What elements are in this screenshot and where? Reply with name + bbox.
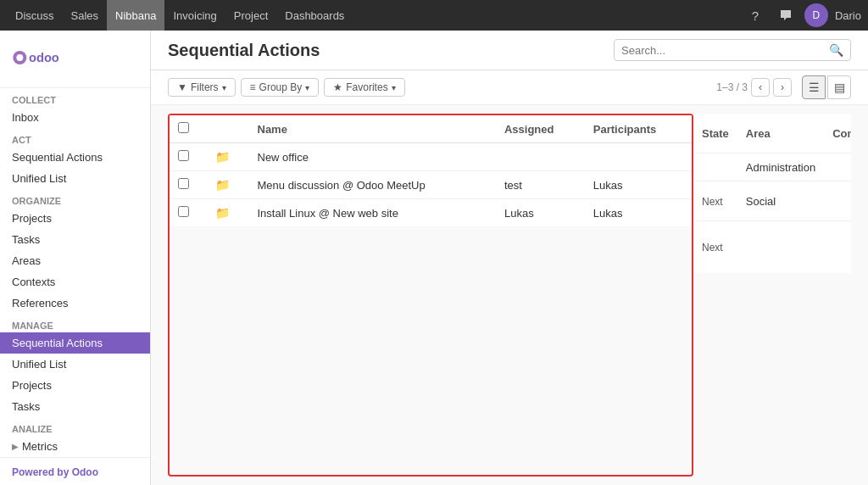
favorites-chevron-icon: ▾ [392,83,396,92]
svg-point-1 [16,54,23,61]
row-name-cell[interactable]: New office [249,143,496,171]
assigned-header[interactable]: Assigned [496,115,585,143]
top-navigation: Discuss Sales Nibbana Invoicing Project … [0,0,868,31]
groupby-chevron-icon: ▾ [305,83,309,92]
row-name-cell[interactable]: Menu discussion @ Odoo MeetUp [249,171,496,199]
area-header[interactable]: Area [737,114,824,153]
view-toggle: ☰ ▤ [802,75,851,99]
row-checkbox[interactable] [178,178,189,189]
row-checkbox-cell[interactable] [170,171,207,199]
sidebar-item-areas[interactable]: Areas [0,250,150,271]
sidebar-item-contexts[interactable]: Contexts [0,271,150,293]
select-all-checkbox[interactable] [178,122,189,133]
page-title: Sequential Actions [168,41,320,60]
folder-icon: 📁 [215,206,230,220]
sidebar-item-metrics[interactable]: ▶ Metrics [0,436,150,457]
list-view-button[interactable]: ☰ [802,75,826,99]
sidebar-item-projects-org[interactable]: Projects [0,208,150,229]
sidebar-item-unified-list-act[interactable]: Unified List [0,168,150,189]
row-participants-cell: Lukas [585,199,692,227]
area-cell: Administration [737,153,824,181]
table-row: 📁 Menu discussion @ Odoo MeetUp test Luk… [170,171,692,199]
section-collect: Collect [0,88,150,107]
toolbar: 🔍 [614,39,851,61]
folder-icon: 📁 [215,178,230,192]
page-header: Sequential Actions 🔍 [151,31,868,70]
row-name-cell[interactable]: Install Linux @ New web site [249,199,496,227]
filters-button[interactable]: ▼ Filters ▾ [168,78,236,97]
sidebar-item-tasks-manage[interactable]: Tasks [0,396,150,417]
search-input[interactable] [621,44,829,57]
search-box[interactable]: 🔍 [614,39,851,61]
table-row: 📁 Install Linux @ New web site Lukas Luk… [170,199,692,227]
sidebar-item-sequential-actions-manage[interactable]: Sequential Actions [0,332,150,354]
svg-text:odoo: odoo [29,51,59,64]
icon-header [207,115,248,143]
logo-area: odoo [0,31,150,88]
next-page-button[interactable]: › [773,78,792,97]
table-row: 📁 New office [170,143,692,171]
prev-page-button[interactable]: ‹ [751,78,770,97]
state-header[interactable]: State [693,114,737,153]
favorites-button[interactable]: ★ Favorites ▾ [324,78,404,97]
row-assigned-cell [496,143,585,171]
sidebar-footer: Powered by Odoo [0,457,150,485]
folder-icon: 📁 [215,150,230,164]
sidebar-item-projects-manage[interactable]: Projects [0,375,150,396]
row-checkbox[interactable] [178,206,189,217]
nav-item-invoicing[interactable]: Invoicing [164,0,225,31]
row-checkbox-cell[interactable] [170,143,207,171]
row-folder-icon-cell: 📁 [207,199,248,227]
sidebar-item-inbox[interactable]: Inbox [0,107,150,128]
row-assigned-cell: Lukas [496,199,585,227]
sidebar-item-sequential-actions-act[interactable]: Sequential Actions [0,147,150,168]
chart-view-button[interactable]: ▤ [827,75,851,99]
section-organize: Organize [0,189,150,208]
group-by-button[interactable]: ≡ Group By ▾ [241,78,320,97]
context-header[interactable]: Context [824,114,851,153]
nav-item-dashboards[interactable]: Dashboards [276,0,353,31]
nav-item-project[interactable]: Project [225,0,276,31]
chat-icon[interactable] [774,3,798,27]
area-cell: Social [737,181,824,221]
participants-header[interactable]: Participants [585,115,692,143]
filter-icon: ▼ [177,81,187,93]
nav-item-discuss[interactable]: Discuss [7,0,63,31]
user-name[interactable]: Dario [835,9,861,22]
extended-table: State Area Context Task Project [693,114,851,273]
help-icon[interactable]: ? [743,3,767,27]
section-manage: Manage [0,314,150,332]
state-cell: Next [693,181,737,221]
state-cell [693,153,737,181]
row-participants-cell [585,143,692,171]
row-folder-icon-cell: 📁 [207,171,248,199]
section-analize: Analize [0,417,150,436]
sidebar-item-references[interactable]: References [0,293,150,314]
main-table-outline: Name Assigned Participants [168,114,693,477]
group-icon: ≡ [250,81,256,93]
row-assigned-cell: test [496,171,585,199]
row-checkbox[interactable] [178,150,189,161]
filter-chevron-icon: ▾ [222,83,226,92]
context-cell [824,153,851,181]
main-table: Name Assigned Participants [170,115,692,226]
sidebar-item-tasks-org[interactable]: Tasks [0,229,150,250]
main-content: Sequential Actions 🔍 ▼ Filters ▾ ≡ Group… [151,31,868,485]
row-checkbox-cell[interactable] [170,199,207,227]
area-cell [737,221,824,274]
user-avatar[interactable]: D [804,3,828,27]
star-icon: ★ [333,81,342,93]
select-all-header[interactable] [170,115,207,143]
chevron-right-icon: ▶ [12,442,19,451]
nav-item-sales[interactable]: Sales [63,0,108,31]
filter-bar: ▼ Filters ▾ ≡ Group By ▾ ★ Favorites ▾ 1… [151,70,868,105]
state-cell: Next [693,221,737,274]
extended-row: Next ✓ ☆ New web site [693,221,851,274]
row-folder-icon-cell: 📁 [207,143,248,171]
name-header[interactable]: Name [249,115,496,143]
nav-item-nibbana[interactable]: Nibbana [107,0,164,31]
sidebar-item-unified-list-manage[interactable]: Unified List [0,354,150,375]
search-icon[interactable]: 🔍 [829,43,843,57]
extended-row: Next Social ✓ ☆ Odoo MeetUp [693,181,851,221]
sidebar: odoo Collect Inbox Act Sequential Action… [0,31,151,485]
